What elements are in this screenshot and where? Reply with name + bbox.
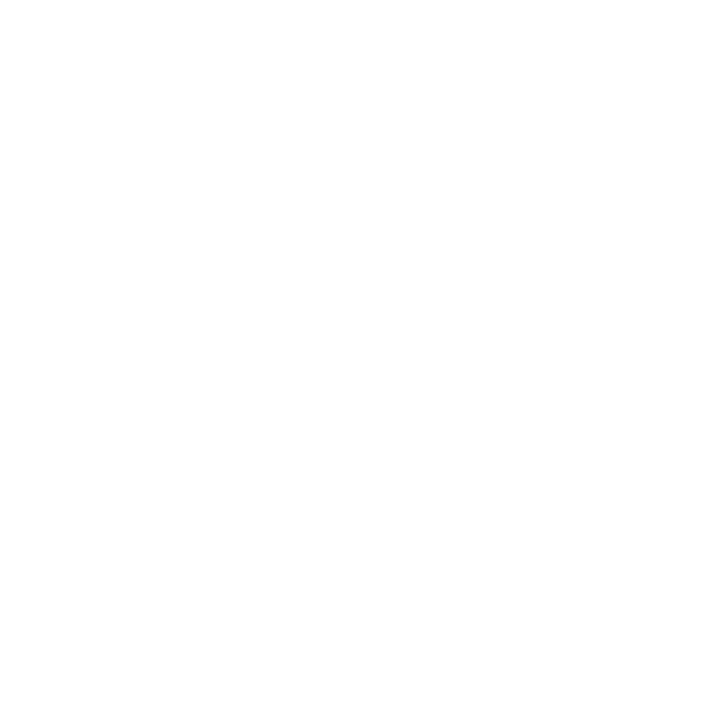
bottleneck-chart [0,0,728,728]
chart-container: { "attribution": "TheBottleneck.com", "c… [0,0,728,728]
